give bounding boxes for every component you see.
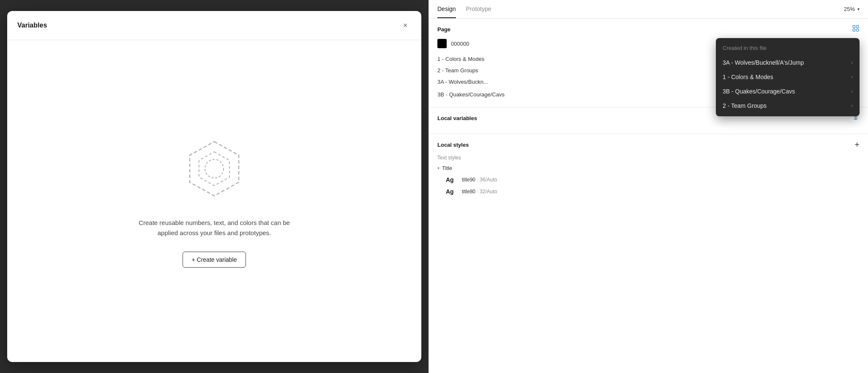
page-item-1-label: 1 - Colors & Modes — [437, 56, 484, 62]
empty-state-text: Create reusable numbers, text, and color… — [139, 218, 290, 238]
svg-point-2 — [205, 159, 224, 178]
zoom-control[interactable]: 25% ▾ — [844, 6, 860, 12]
modal-title: Variables — [17, 22, 47, 29]
page-item-4-left: 3B - Quakes/Courage/Cavs — [437, 91, 505, 98]
style-group-label: Title — [442, 165, 452, 171]
dropdown-item-0[interactable]: 3A - Wolves/Bucknell/A's/Jump › — [716, 55, 860, 70]
create-variable-button[interactable]: + Create variable — [183, 252, 246, 268]
dropdown-item-1-label: 1 - Colors & Modes — [723, 74, 773, 80]
svg-rect-5 — [853, 29, 855, 31]
dropdown-item-1-chevron-icon: › — [851, 74, 853, 80]
text-styles-label: Text styles — [437, 155, 860, 161]
color-swatch[interactable] — [437, 39, 447, 48]
page-item-2-label: 2 - Team Groups — [437, 67, 478, 74]
style-item-1[interactable]: Ag title80 · 32/Auto — [437, 186, 860, 197]
right-panel: Design Prototype 25% ▾ Page 000000 — [429, 0, 868, 373]
tab-prototype[interactable]: Prototype — [466, 0, 491, 18]
zoom-chevron-icon: ▾ — [857, 7, 860, 11]
tab-design[interactable]: Design — [437, 0, 456, 18]
top-bar: Design Prototype 25% ▾ — [429, 0, 868, 19]
style-item-0[interactable]: Ag title90 · 36/Auto — [437, 174, 860, 186]
style-group-toggle[interactable]: ▾ Title — [437, 165, 860, 171]
local-styles-section: Local styles + Text styles ▾ Title Ag ti… — [429, 134, 868, 373]
top-bar-tabs: Design Prototype — [437, 0, 491, 18]
modal-header: Variables × — [7, 11, 421, 40]
style-meta-1: title80 · 32/Auto — [462, 189, 497, 195]
svg-marker-1 — [199, 152, 229, 186]
variables-modal: Variables × Create reusable numbers, tex… — [7, 11, 421, 362]
dropdown-item-3[interactable]: 2 - Team Groups › — [716, 99, 860, 113]
dropdown-menu: Created in this file 3A - Wolves/Bucknel… — [716, 38, 860, 116]
style-ag-1: Ag — [446, 188, 458, 195]
dropdown-item-2[interactable]: 3B - Quakes/Courage/Cavs › — [716, 84, 860, 99]
svg-rect-4 — [857, 25, 859, 27]
svg-rect-6 — [857, 29, 859, 31]
dropdown-item-3-label: 2 - Team Groups — [723, 102, 767, 109]
style-meta-0: title90 · 36/Auto — [462, 177, 497, 183]
local-variables-title: Local variables — [437, 115, 477, 121]
zoom-value: 25% — [844, 6, 855, 12]
color-hex-label: 000000 — [451, 41, 469, 47]
local-styles-add-icon[interactable]: + — [854, 140, 860, 150]
dropdown-item-3-chevron-icon: › — [851, 103, 853, 109]
dropdown-item-0-chevron-icon: › — [851, 60, 853, 66]
svg-marker-0 — [190, 142, 239, 196]
page-section-title: Page — [437, 26, 450, 33]
local-styles-header: Local styles + — [437, 140, 860, 150]
dropdown-item-2-label: 3B - Quakes/Courage/Cavs — [723, 88, 795, 95]
dropdown-item-0-label: 3A - Wolves/Bucknell/A's/Jump — [723, 59, 804, 66]
style-group-title: ▾ Title Ag title90 · 36/Auto Ag title80 … — [437, 165, 860, 197]
modal-close-button[interactable]: × — [399, 19, 411, 31]
page-item-3-label: 3A - Wolves/Buckn... — [437, 79, 488, 85]
dropdown-item-1[interactable]: 1 - Colors & Modes › — [716, 70, 860, 84]
page-library-icon[interactable] — [852, 25, 860, 34]
chevron-down-icon: ▾ — [437, 166, 439, 170]
empty-state-icon — [180, 135, 248, 204]
style-ag-0: Ag — [446, 176, 458, 183]
svg-rect-3 — [853, 25, 855, 27]
page-item-4-label: 3B - Quakes/Courage/Cavs — [437, 91, 505, 98]
modal-body: Create reusable numbers, text, and color… — [7, 40, 421, 362]
dropdown-item-2-chevron-icon: › — [851, 88, 853, 94]
page-section-header: Page — [437, 25, 860, 34]
local-styles-title: Local styles — [437, 142, 469, 148]
dropdown-menu-header: Created in this file — [716, 43, 860, 55]
canvas-area: Variables × Create reusable numbers, tex… — [0, 0, 429, 373]
